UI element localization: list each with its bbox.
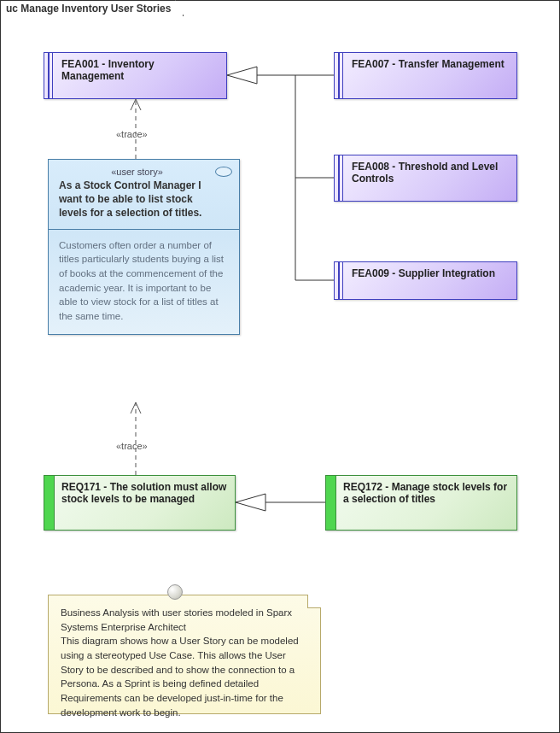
- requirement-req171[interactable]: REQ171 - The solution must allow stock l…: [44, 475, 236, 531]
- user-story[interactable]: «user story» As a Stock Control Manager …: [48, 159, 240, 335]
- feature-fea001-label: FEA001 - Inventory Management: [61, 58, 155, 82]
- requirement-req172[interactable]: REQ172 - Manage stock levels for a selec…: [325, 475, 517, 531]
- story-body: Customers often order a number of titles…: [49, 230, 239, 334]
- note: Business Analysis with user stories mode…: [48, 595, 321, 714]
- svg-marker-8: [236, 494, 265, 511]
- note-line1: Business Analysis with user stories mode…: [61, 606, 308, 634]
- usecase-icon: [215, 167, 232, 177]
- feature-fea009-label: FEA009 - Supplier Integration: [352, 267, 495, 279]
- trace-label-1: «trace»: [116, 129, 148, 139]
- req172-label: REQ172 - Manage stock levels for a selec…: [343, 481, 507, 505]
- frame-title: uc Manage Inventory User Stories: [0, 0, 184, 16]
- req171-label: REQ171 - The solution must allow stock l…: [61, 481, 226, 505]
- note-line2: This diagram shows how a User Story can …: [61, 634, 308, 719]
- feature-fea007-label: FEA007 - Transfer Management: [352, 58, 505, 70]
- svg-marker-2: [227, 67, 257, 84]
- trace-label-2: «trace»: [116, 441, 148, 451]
- feature-fea009[interactable]: FEA009 - Supplier Integration: [334, 261, 517, 300]
- feature-fea007[interactable]: FEA007 - Transfer Management: [334, 52, 517, 99]
- feature-fea008-label: FEA008 - Threshold and Level Controls: [352, 161, 498, 185]
- story-title: As a Stock Control Manager I want to be …: [59, 179, 215, 220]
- note-pin-icon: [167, 584, 183, 600]
- note-fold-icon: [307, 595, 321, 608]
- feature-fea001[interactable]: FEA001 - Inventory Management: [44, 52, 227, 99]
- diagram-frame: uc Manage Inventory User Stories FEA001 …: [0, 0, 560, 733]
- feature-fea008[interactable]: FEA008 - Threshold and Level Controls: [334, 155, 517, 202]
- story-stereotype: «user story»: [59, 167, 215, 177]
